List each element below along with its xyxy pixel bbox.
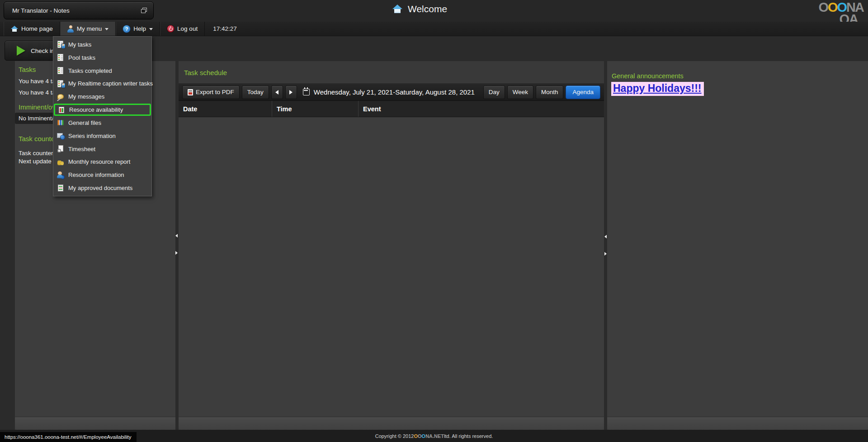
menu-item-label: My approved documents [68,185,132,191]
expand-right-icon[interactable] [604,252,607,256]
chevron-down-icon [149,28,153,30]
announcements-title: General announcements [612,72,684,80]
power-icon [167,25,174,32]
menu-item-general-files[interactable]: General files [53,117,151,129]
schedule-title: Task schedule [184,69,227,76]
logo-o2: O [828,2,837,13]
logo-o3: O [837,2,847,13]
timesheet-clock-icon [57,145,64,152]
collapse-left-icon[interactable] [175,234,178,238]
date-range-label: Wednesday, July 21, 2021-Saturday, Augus… [314,88,475,96]
nav-log-out[interactable]: Log out [160,22,205,36]
view-month-button[interactable]: Month [536,86,564,99]
view-day-button[interactable]: Day [483,86,505,99]
view-week-button[interactable]: Week [507,86,533,99]
task-list-user-icon [57,41,64,48]
left-splitter[interactable] [175,61,178,430]
schedule-header: Task schedule [179,61,604,84]
menu-item-label: Tasks completed [68,67,112,74]
prev-period-button[interactable] [271,86,283,99]
column-header-event: Event [359,101,604,117]
brand-o2: O [418,433,422,439]
menu-item-resource-information[interactable]: Resource information [53,169,151,181]
chevron-down-icon [105,28,108,30]
nav-my-menu[interactable]: My menu [60,22,116,36]
view-agenda-button[interactable]: Agenda [566,86,600,99]
window-title: Mr Translator - Notes [12,7,70,14]
task-list-icon [57,67,64,74]
logo-na: NA [846,2,863,13]
welcome-header: Welcome [392,4,447,14]
check-in-label: Check in [31,48,55,54]
expand-right-icon[interactable] [175,251,178,255]
play-icon [17,46,25,56]
menu-item-tasks-completed[interactable]: Tasks completed [53,65,151,77]
logo-o1: O [818,2,828,13]
announcements-bottom-bar [607,417,868,430]
ooona-qa-logo: OOONA QA [818,2,863,24]
help-icon: ? [123,25,130,33]
nav-help[interactable]: ? Help [116,22,160,36]
menu-item-label: Pool tasks [68,54,95,61]
collapse-left-icon[interactable] [604,235,607,238]
today-button[interactable]: Today [242,86,269,99]
home-page-icon [11,26,18,32]
announcement-message: Happy Holidays!!! [611,82,704,96]
next-period-button[interactable] [285,86,297,99]
menu-item-label: General files [68,119,101,126]
welcome-title: Welcome [408,4,447,14]
export-pdf-label: Export to PDF [196,89,234,95]
main-navbar: Home page My menu ? Help Log out 17:42:2… [0,22,868,36]
menu-item-series-information[interactable]: Series information [53,130,151,142]
menu-item-timesheet[interactable]: Timesheet [53,143,151,155]
menu-item-my-tasks[interactable]: My tasks [53,38,151,51]
series-info-icon [57,132,64,139]
brand-rest: NA.NET [425,433,444,439]
menu-item-my-approved-documents[interactable]: My approved documents [53,182,151,194]
my-menu-dropdown: My tasks Pool tasks Tasks completed My R… [53,36,152,196]
status-url-bar: https://ooona361.ooona-test.net/#/Employ… [0,432,137,442]
copyright-prefix: Copyright © 2012 [375,433,414,439]
right-splitter[interactable] [604,61,607,430]
menu-item-my-messages[interactable]: My messages [53,90,151,103]
column-header-time: Time [272,101,359,117]
sidebar-bottom-bar [15,417,175,430]
export-pdf-button[interactable]: Export to PDF [182,86,240,99]
menu-item-monthly-resource-report[interactable]: Monthly resource report [53,156,151,168]
menu-item-resource-availability[interactable]: Resource availability [54,104,151,116]
person-info-icon [57,171,64,179]
nav-home-page[interactable]: Home page [4,22,60,36]
brand-o1: O [414,433,418,439]
announcements-panel: General announcements Happy Holidays!!! [607,61,868,430]
menu-item-label: My Realtime caption writer tasks [68,80,153,87]
files-binders-icon [57,119,64,126]
agenda-table-header: Date Time Event [179,101,604,117]
nav-my-menu-label: My menu [77,25,102,32]
pdf-icon [188,89,193,95]
home-icon [392,5,402,14]
arrow-left-icon [275,90,278,95]
top-strip: Mr Translator - Notes Welcome OOONA QA [0,0,868,22]
menu-item-pool-tasks[interactable]: Pool tasks [53,52,151,64]
brand-o3: O [422,433,426,439]
calendar-icon [303,89,310,95]
nav-logout-label: Log out [177,25,198,32]
menu-item-realtime-caption-writer-tasks[interactable]: My Realtime caption writer tasks [53,77,151,90]
task-list-icon [57,54,64,61]
coins-icon [57,158,64,166]
user-icon [67,25,74,33]
today-label: Today [247,89,264,95]
nav-help-label: Help [133,25,146,32]
menu-item-label: Resource information [68,171,124,178]
app-root: Mr Translator - Notes Welcome OOONA QA H… [0,0,868,442]
restore-window-icon[interactable] [141,8,147,13]
menu-item-label: Timesheet [68,146,95,152]
menu-item-label: My tasks [68,41,91,48]
menu-item-label: Monthly resource report [68,158,130,165]
schedule-toolbar: Export to PDF Today Wednesday, July 21, … [179,84,604,101]
copyright-suffix: ltd. All rights reserved. [444,433,493,439]
window-title-widget[interactable]: Mr Translator - Notes [4,1,154,19]
menu-item-label: My messages [68,93,104,100]
calendar-availability-icon [58,106,65,114]
column-header-date: Date [179,101,272,117]
